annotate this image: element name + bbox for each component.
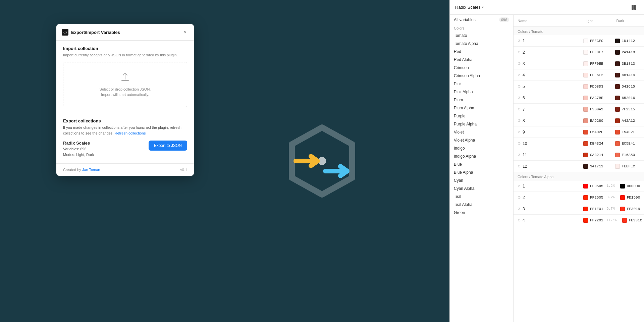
sidebar-item-pink-alpha[interactable]: Pink Alpha	[450, 88, 513, 96]
upload-icon	[120, 72, 130, 84]
sidebar: All variables 696 Colors TomatoTomato Al…	[450, 15, 514, 322]
sidebar-item-teal[interactable]: Teal	[450, 193, 513, 201]
sidebar-item-cyan[interactable]: Cyan	[450, 176, 513, 184]
export-title: Export collections	[63, 118, 187, 123]
table-row: ⊘2FF26053.2%FD1500	[514, 192, 644, 203]
author-link[interactable]: Jan Toman	[82, 168, 100, 172]
th-dark: Dark	[612, 19, 644, 23]
cell-name: ⊘3	[514, 61, 581, 66]
sidebar-item-teal-alpha[interactable]: Teal Alpha	[450, 201, 513, 209]
cell-light: 341711	[581, 164, 612, 169]
variable-icon: ⊘	[518, 96, 521, 100]
sidebar-item-tomato[interactable]: Tomato	[450, 32, 513, 40]
cell-name: ⊘9	[514, 130, 581, 135]
variable-icon: ⊘	[518, 84, 521, 89]
cell-dark: 652016	[612, 96, 644, 100]
cell-dark: 1D1412	[612, 39, 644, 43]
dark-swatch	[615, 164, 620, 169]
variable-icon: ⊘	[518, 184, 521, 188]
cell-light: DB4324	[581, 141, 612, 146]
modes-meta: Modes: Light, Dark	[63, 152, 94, 158]
light-swatch	[583, 153, 588, 157]
table-row: ⊘7F3B0A27F2315	[514, 104, 644, 115]
cell-light: FF05051.2%	[581, 184, 618, 189]
panel-header: Radix Scales ▾	[450, 0, 644, 15]
table-row: ⊘6FAC7BE652016	[514, 92, 644, 104]
sidebar-item-pink[interactable]: Pink	[450, 80, 513, 88]
sidebar-item-red[interactable]: Red	[450, 48, 513, 56]
sidebar-item-purple-alpha[interactable]: Purple Alpha	[450, 120, 513, 128]
table-row: ⊘3FFF0EE3B1813	[514, 58, 644, 69]
variable-icon: ⊘	[518, 118, 521, 123]
dialog-title: Export/Import Variables	[71, 30, 120, 35]
cell-name: ⊘2	[514, 195, 581, 200]
refresh-link[interactable]: Refresh collections	[114, 131, 146, 135]
upload-text: Select or drop collection JSON. Import w…	[100, 87, 151, 98]
cell-light: FF26053.2%	[581, 195, 618, 200]
light-swatch	[583, 118, 588, 123]
cell-light: EA9280	[581, 118, 612, 123]
cell-name: ⊘7	[514, 107, 581, 112]
sidebar-all-header[interactable]: All variables 696	[450, 15, 513, 23]
sidebar-item-violet-alpha[interactable]: Violet Alpha	[450, 136, 513, 144]
cell-name: ⊘11	[514, 153, 581, 157]
table-row: ⊘4FFE6E2481A14	[514, 69, 644, 81]
upload-zone[interactable]: Select or drop collection JSON. Import w…	[63, 62, 187, 107]
cell-light: FF1F016.7%	[581, 207, 618, 211]
variable-icon: ⊘	[518, 164, 521, 168]
sidebar-count: 696	[499, 17, 509, 22]
panel-layout-icon[interactable]	[629, 3, 639, 12]
sidebar-item-plum-alpha[interactable]: Plum Alpha	[450, 104, 513, 112]
sidebar-item-purple[interactable]: Purple	[450, 112, 513, 120]
cell-dark: 7F2315	[612, 107, 644, 112]
sidebar-item-crimson-alpha[interactable]: Crimson Alpha	[450, 72, 513, 80]
light-swatch	[583, 195, 588, 200]
cell-light: FFF0EE	[581, 61, 612, 66]
cell-name: ⊘3	[514, 207, 581, 211]
sidebar-item-violet[interactable]: Violet	[450, 128, 513, 136]
footer-credit: Created by Jan Toman	[63, 168, 100, 172]
svg-rect-2	[634, 5, 636, 10]
light-swatch	[583, 107, 588, 112]
sidebar-item-green[interactable]: Green	[450, 209, 513, 217]
table-row: ⊘3FF1F016.7%FF3019	[514, 203, 644, 215]
collection-info: Radix Scales Variables: 696 Modes: Light…	[63, 141, 94, 158]
cell-name: ⊘1	[514, 39, 581, 43]
sidebar-item-cyan-alpha[interactable]: Cyan Alpha	[450, 184, 513, 193]
sidebar-item-red-alpha[interactable]: Red Alpha	[450, 56, 513, 64]
table-row: ⊘4FF220111.4%FE331C	[514, 215, 644, 226]
cell-name: ⊘2	[514, 50, 581, 55]
variable-icon: ⊘	[518, 107, 521, 111]
collection-row: Radix Scales Variables: 696 Modes: Light…	[63, 141, 187, 158]
variable-icon: ⊘	[518, 207, 521, 211]
right-panel: Radix Scales ▾ All variables 696 Colors …	[449, 0, 644, 322]
cell-dark: FEEFEC	[612, 164, 644, 169]
cell-name: ⊘4	[514, 73, 581, 77]
collection-name-label: Radix Scales	[63, 141, 94, 146]
collection-selector[interactable]: Radix Scales ▾	[455, 5, 484, 10]
light-swatch	[583, 130, 588, 135]
export-button[interactable]: Export to JSON	[149, 141, 187, 151]
cell-dark: FF3019	[618, 207, 644, 211]
cell-light: CA3214	[581, 153, 612, 157]
sidebar-item-blue-alpha[interactable]: Blue Alpha	[450, 168, 513, 176]
table-row: ⊘1FFFCFC1D1412	[514, 35, 644, 47]
sidebar-item-blue[interactable]: Blue	[450, 160, 513, 168]
sidebar-item-crimson[interactable]: Crimson	[450, 64, 513, 72]
sidebar-all-label: All variables	[454, 17, 476, 22]
sidebar-item-indigo-alpha[interactable]: Indigo Alpha	[450, 152, 513, 160]
dark-swatch	[620, 207, 625, 211]
svg-rect-1	[632, 5, 634, 10]
dark-swatch	[615, 153, 620, 157]
sidebar-item-plum[interactable]: Plum	[450, 96, 513, 104]
chevron-down-icon: ▾	[482, 5, 484, 9]
variable-icon: ⊘	[518, 153, 521, 157]
cell-light: E54D2E	[581, 130, 612, 135]
export-info: If you made changes in collections after…	[63, 125, 187, 137]
table-header: Name Light Dark	[514, 15, 644, 27]
import-section: Import collection Import currently accep…	[56, 41, 194, 113]
close-button[interactable]: ×	[182, 29, 189, 36]
cell-dark: FD1500	[618, 195, 644, 200]
sidebar-item-tomato-alpha[interactable]: Tomato Alpha	[450, 40, 513, 48]
sidebar-item-indigo[interactable]: Indigo	[450, 144, 513, 152]
